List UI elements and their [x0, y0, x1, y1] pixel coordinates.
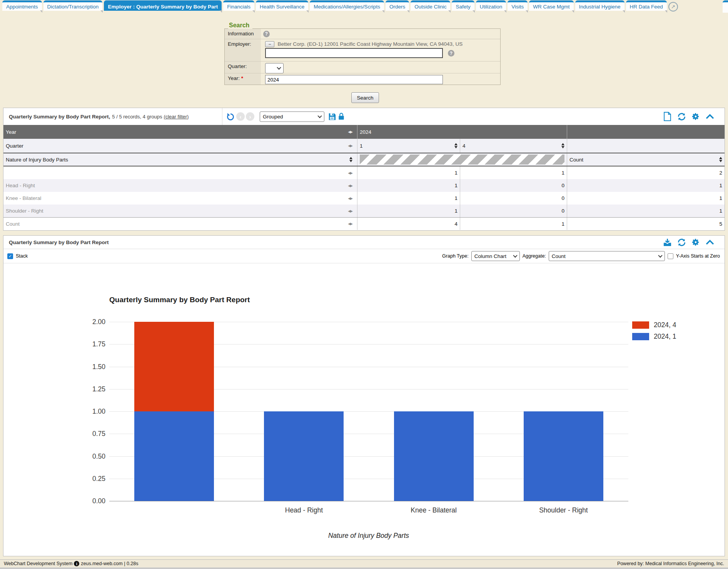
collapse-panel-icon[interactable]	[705, 238, 715, 247]
x-category-label: Head - Right	[285, 506, 323, 514]
tab-appointments[interactable]: Appointments	[2, 0, 42, 11]
employer-collapse-button[interactable]: −	[265, 41, 274, 47]
tab-orders[interactable]: Orders	[386, 0, 409, 11]
clear-filter-link[interactable]: (clear filter)	[164, 114, 189, 120]
row-move-icon[interactable]: ◀▶	[348, 209, 352, 213]
employer-input[interactable]	[265, 48, 443, 58]
sort-icon[interactable]	[561, 143, 564, 148]
chart-panel-title: Quarterly Summary by Body Part Report	[3, 240, 109, 245]
tab-partial[interactable]	[723, 0, 728, 13]
table-row: Shoulder - Right◀▶101	[3, 205, 725, 217]
year-value-cell: 2024	[357, 125, 567, 139]
row-move-icon[interactable]: ◀▶	[348, 171, 352, 175]
row-move-icon[interactable]: ◀▶	[348, 222, 352, 226]
y-tick-label: 0.00	[69, 497, 105, 505]
chevron-down-icon	[513, 253, 517, 258]
chart-title: Quarterly Summary by Body Part Report	[109, 296, 250, 304]
cell-value: 1	[567, 205, 725, 217]
bar-segment-blank	[134, 322, 214, 411]
status-footer: WebChart Development System i zeus.med-w…	[0, 559, 728, 567]
settings-gear-icon[interactable]	[691, 112, 700, 121]
save-icon[interactable]	[327, 112, 337, 121]
search-form: Information ? Employer: − Better Corp. (…	[224, 28, 501, 85]
new-document-icon[interactable]	[663, 112, 672, 121]
tab-employer-quarterly-summary-by-body-part[interactable]: Employer : Quarterly Summary by Body Par…	[104, 0, 222, 11]
tab-financials[interactable]: Financials	[223, 0, 254, 11]
tab-safety[interactable]: Safety	[452, 0, 474, 11]
tab-medications-allergies-scripts[interactable]: Medications/Allergies/Scripts	[310, 0, 384, 11]
tab-utilization[interactable]: Utilization	[476, 0, 506, 11]
y-tick-label: 0.50	[69, 453, 105, 461]
graph-type-select[interactable]: Column Chart	[471, 251, 520, 261]
sort-icon[interactable]	[454, 143, 458, 148]
row-label: Knee - Bilateral	[6, 195, 41, 201]
tab-hr-data-feed[interactable]: HR Data Feed	[626, 0, 667, 11]
quarter-label: Quarter:	[225, 62, 261, 73]
search-section-title: Search	[228, 22, 252, 29]
settings-gear-icon[interactable]	[691, 238, 700, 247]
information-help-icon[interactable]: ?	[263, 31, 270, 37]
tab-outside-clinic[interactable]: Outside Clinic	[411, 0, 450, 11]
chevron-down-icon	[317, 114, 322, 118]
row-move-icon[interactable]: ◀▶	[348, 196, 352, 200]
summary-table: Year ◀▶ 2024 Quarter ◀▶ 1 4 Nature of	[3, 125, 725, 230]
bar-segment-shoulder-right	[524, 411, 603, 501]
tab-visits[interactable]: Visits	[508, 0, 528, 11]
legend-item: 2024, 1	[632, 333, 676, 341]
legend-label: 2024, 1	[654, 333, 676, 341]
cell-value: 1	[460, 218, 567, 230]
refresh-icon[interactable]	[677, 238, 686, 247]
cell-value: 0	[460, 192, 567, 205]
chevron-down-icon	[277, 65, 281, 70]
y-tick-label: 0.25	[69, 475, 105, 483]
refresh-icon[interactable]	[677, 112, 686, 121]
cell-value: 1	[567, 179, 725, 192]
tab-health-surveillance[interactable]: Health Surveillance	[256, 0, 308, 11]
quarter-row-label: Quarter	[6, 143, 23, 149]
aggregate-label: Aggregate:	[523, 253, 546, 259]
sort-icon[interactable]	[349, 157, 352, 162]
tab-industrial-hygiene[interactable]: Industrial Hygiene	[575, 0, 624, 11]
yaxis-zero-label: Y-Axis Starts at Zero	[676, 253, 720, 259]
row-label: Count	[6, 221, 20, 227]
cell-value: 1	[460, 166, 567, 179]
tab-dictation-transcription[interactable]: Dictation/Transcription	[43, 0, 103, 11]
cell-value: 1	[357, 192, 460, 205]
lock-icon[interactable]	[337, 112, 346, 121]
column-move-icon[interactable]: ◀▶	[348, 130, 352, 134]
footer-powered-by: Powered by: Medical Informatics Engineer…	[617, 561, 724, 566]
table-row: Count◀▶415	[3, 217, 725, 230]
previous-icon: ‹	[236, 112, 245, 121]
chart-x-axis-title: Nature of Injury Body Parts	[328, 532, 409, 540]
tab-overflow-icon[interactable]: ↗	[668, 2, 678, 12]
group-mode-select[interactable]: Grouped	[260, 111, 324, 122]
legend-item: 2024, 4	[632, 321, 676, 329]
chart-controls: ✓ Stack Graph Type: Column Chart Aggrega…	[3, 249, 725, 263]
collapse-panel-icon[interactable]	[705, 112, 715, 121]
footer-host: zeus.med-web.com | 0.28s	[81, 561, 138, 566]
undo-icon[interactable]	[225, 112, 235, 121]
download-icon[interactable]	[663, 238, 672, 247]
column-move-icon[interactable]: ◀▶	[348, 144, 352, 148]
info-icon[interactable]: i	[74, 561, 79, 566]
bar-segment-blank	[134, 411, 214, 501]
year-input[interactable]	[265, 75, 443, 84]
tab-wr-case-mgmt[interactable]: WR Case Mgmt	[529, 0, 573, 11]
table-row: Knee - Bilateral◀▶101	[3, 192, 725, 205]
row-move-icon[interactable]: ◀▶	[348, 184, 352, 188]
report-chart-panel: Quarterly Summary by Body Part Report ✓ …	[3, 235, 725, 556]
yaxis-zero-checkbox[interactable]	[668, 253, 673, 259]
stack-checkbox[interactable]: ✓	[7, 253, 13, 259]
employer-help-icon[interactable]: ?	[448, 50, 454, 57]
sort-icon[interactable]	[719, 157, 722, 162]
bar-segment-head-right	[264, 411, 344, 501]
search-button[interactable]: Search	[351, 92, 379, 103]
quarter-select[interactable]	[265, 63, 284, 73]
cell-value: 1	[357, 179, 460, 192]
employer-label: Employer:	[225, 39, 261, 61]
aggregate-select[interactable]: Count	[549, 251, 665, 261]
cell-value: 1	[357, 205, 460, 217]
year-label: Year: *	[225, 73, 261, 85]
table-row: ◀▶112	[3, 166, 725, 179]
cell-value: 1	[567, 192, 725, 205]
